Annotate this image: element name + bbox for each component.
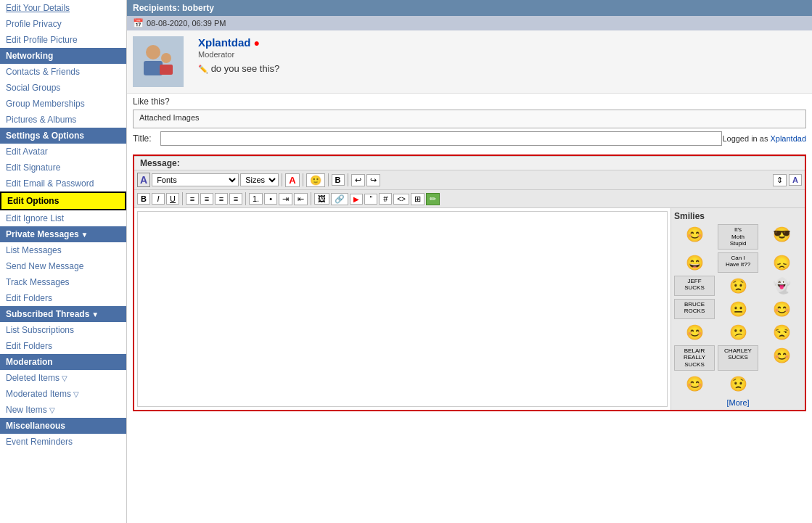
- expand-button[interactable]: ⇕: [773, 174, 787, 186]
- redo-button[interactable]: ↪: [366, 174, 380, 186]
- underline-button[interactable]: U: [166, 193, 179, 205]
- sidebar: Edit Your Details Profile Privacy Edit P…: [0, 0, 127, 523]
- sidebar-item-contacts-friends[interactable]: Contacts & Friends: [0, 64, 126, 80]
- edit-icon: ✏️: [198, 65, 208, 73]
- unordered-list-button[interactable]: •: [264, 193, 277, 205]
- sidebar-item-new-items[interactable]: New Items ▽: [0, 402, 126, 418]
- sidebar-item-moderated-items[interactable]: Moderated Items ▽: [0, 386, 126, 402]
- main-content: Recipients: boberty 📅 08-08-2020, 06:39 …: [127, 0, 812, 523]
- logged-in-text: Logged in as Xplantdad: [722, 134, 806, 143]
- sidebar-item-edit-email-password[interactable]: Edit Email & Password: [0, 176, 126, 192]
- svg-rect-4: [160, 65, 173, 75]
- justify-button[interactable]: ≡: [229, 193, 242, 205]
- attached-images-label: Attached Images: [139, 113, 800, 122]
- username-link[interactable]: Xplantdad: [198, 36, 251, 49]
- ordered-list-button[interactable]: 1.: [249, 193, 263, 205]
- smiley-badge-belair[interactable]: BELAIRREALLYSUCKS: [674, 345, 715, 371]
- sidebar-item-track-messages[interactable]: Track Messages: [0, 274, 126, 290]
- toolbar-sep3: [328, 173, 329, 186]
- toolbar-sep6: [245, 192, 246, 205]
- bold-button2[interactable]: B: [137, 193, 150, 205]
- font-selector[interactable]: Fonts Arial Times New Roman Courier New …: [152, 173, 239, 186]
- font-size-large-button[interactable]: A: [789, 174, 802, 186]
- message-label: Message:: [134, 156, 805, 170]
- recipients-bar: Recipients: boberty: [127, 0, 812, 16]
- smiley-item[interactable]: 😊: [674, 224, 715, 250]
- outdent-button[interactable]: ⇤: [294, 193, 308, 205]
- align-right-button[interactable]: ≡: [215, 193, 228, 205]
- smiley-item[interactable]: 😎: [761, 224, 802, 250]
- align-center-button[interactable]: ≡: [200, 193, 213, 205]
- bold-button[interactable]: B: [332, 174, 345, 186]
- smiley-item[interactable]: 😊: [761, 345, 802, 371]
- sidebar-item-edit-options[interactable]: Edit Options: [0, 192, 126, 210]
- smiley-item[interactable]: 😟: [718, 374, 758, 394]
- smiley-button[interactable]: 🙂: [306, 173, 325, 187]
- title-input[interactable]: [160, 131, 722, 146]
- sidebar-item-edit-your-details[interactable]: Edit Your Details: [0, 0, 126, 16]
- align-left-button[interactable]: ≡: [186, 193, 199, 205]
- smiley-badge-charley[interactable]: CHARLEYSUCKS: [718, 345, 758, 371]
- smiley-badge-bruce[interactable]: BRUCEROCKS: [674, 299, 715, 319]
- smiley-item[interactable]: 😐: [718, 299, 758, 319]
- sidebar-item-edit-folders-sub[interactable]: Edit Folders: [0, 338, 126, 354]
- toolbar-sep7: [311, 192, 311, 205]
- sidebar-item-edit-ignore-list[interactable]: Edit Ignore List: [0, 210, 126, 226]
- sidebar-item-send-new-message[interactable]: Send New Message: [0, 258, 126, 274]
- svg-point-3: [161, 53, 171, 63]
- smiley-badge-jeff[interactable]: JEFFSUCKS: [674, 276, 715, 296]
- smiley-item[interactable]: 😒: [761, 322, 802, 342]
- message-date-bar: 📅 08-08-2020, 06:39 PM: [127, 16, 812, 30]
- smiley-badge-canihave[interactable]: Can IHave It??: [718, 252, 758, 273]
- moderation-header: Moderation: [0, 354, 126, 370]
- sidebar-item-profile-privacy[interactable]: Profile Privacy: [0, 16, 126, 32]
- table-button[interactable]: ⊞: [411, 193, 425, 205]
- insert-link-button[interactable]: 🔗: [331, 193, 348, 205]
- insert-image-button[interactable]: 🖼: [314, 193, 329, 205]
- smiley-item[interactable]: 😊: [761, 299, 802, 319]
- calendar-icon: 📅: [133, 18, 144, 28]
- sidebar-item-edit-signature[interactable]: Edit Signature: [0, 160, 126, 176]
- sidebar-item-edit-profile-picture[interactable]: Edit Profile Picture: [0, 32, 126, 48]
- logged-in-user-link[interactable]: Xplantdad: [770, 134, 806, 143]
- eraser-button[interactable]: ✏: [426, 193, 440, 205]
- indent-button[interactable]: ⇥: [279, 193, 292, 205]
- title-field-label: Title:: [133, 133, 155, 144]
- sidebar-item-social-groups[interactable]: Social Groups: [0, 80, 126, 96]
- sidebar-item-list-messages[interactable]: List Messages: [0, 242, 126, 258]
- hash-button[interactable]: #: [379, 193, 392, 205]
- italic-button[interactable]: I: [152, 193, 165, 205]
- undo-button[interactable]: ↩: [351, 174, 365, 186]
- toolbar-row1: A Fonts Arial Times New Roman Courier Ne…: [134, 170, 805, 190]
- toolbar-sep4: [348, 173, 348, 186]
- subscribed-threads-header[interactable]: Subscribed Threads: [0, 306, 126, 322]
- smiley-item[interactable]: 😄: [674, 252, 715, 273]
- smiley-item[interactable]: 😟: [718, 276, 758, 296]
- sidebar-item-edit-avatar[interactable]: Edit Avatar: [0, 144, 126, 160]
- private-messages-header[interactable]: Private Messages: [0, 226, 126, 242]
- smiley-item[interactable]: 😊: [674, 374, 715, 394]
- size-selector[interactable]: Sizes 12345: [240, 173, 279, 186]
- recipients-value: boberty: [182, 3, 214, 13]
- smiley-item[interactable]: 😕: [718, 322, 758, 342]
- avatar-box: [133, 36, 191, 87]
- more-smilies-link[interactable]: [More]: [674, 398, 802, 407]
- sidebar-item-group-memberships[interactable]: Group Memberships: [0, 96, 126, 112]
- smiley-item[interactable]: 😞: [761, 252, 802, 273]
- sidebar-item-edit-folders-pm[interactable]: Edit Folders: [0, 290, 126, 306]
- sidebar-item-event-reminders[interactable]: Event Reminders: [0, 434, 126, 450]
- quote-button[interactable]: ": [364, 194, 377, 205]
- username-line: Xplantdad ●: [198, 36, 806, 49]
- post-date: 08-08-2020, 06:39 PM: [147, 19, 226, 28]
- smiley-item[interactable]: 😊: [674, 322, 715, 342]
- sidebar-item-pictures-albums[interactable]: Pictures & Albums: [0, 112, 126, 128]
- code-button[interactable]: <>: [393, 194, 409, 205]
- smiley-badge-stupid[interactable]: It'sMothStupid: [718, 224, 758, 250]
- sidebar-item-deleted-items[interactable]: Deleted Items ▽: [0, 370, 126, 386]
- smiley-item[interactable]: 👻: [761, 276, 802, 296]
- toolbar-sep2: [303, 173, 303, 186]
- sidebar-item-list-subscriptions[interactable]: List Subscriptions: [0, 322, 126, 338]
- youtube-button[interactable]: ▶: [350, 194, 363, 205]
- message-textarea[interactable]: [137, 211, 668, 407]
- font-color-button[interactable]: A: [285, 173, 299, 187]
